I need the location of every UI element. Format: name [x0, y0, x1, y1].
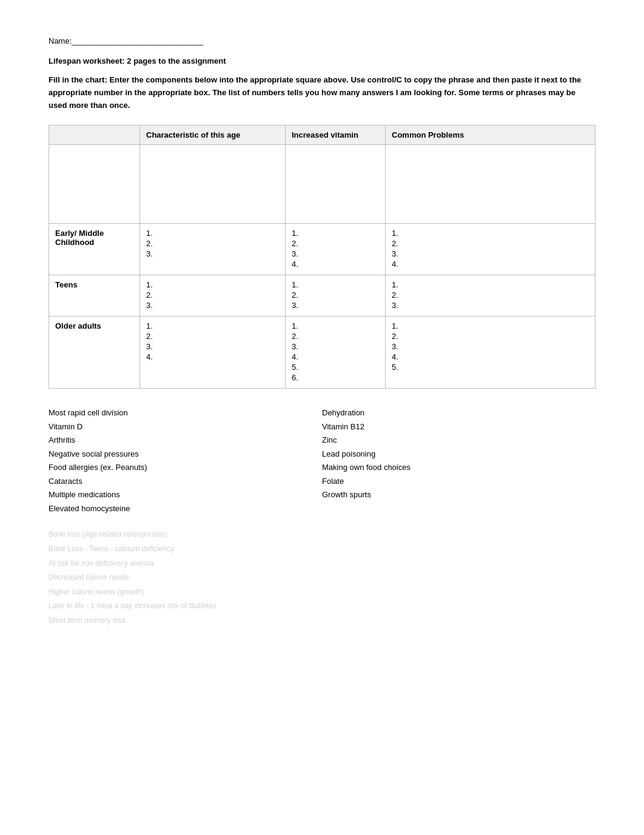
term-item: Most rapid cell division [49, 407, 322, 419]
table-row-older-adults: Older adults 1. 2. 3. 4. 1. 2. 3. 4. 5. … [49, 317, 595, 389]
list-item: 2. [392, 239, 589, 248]
term-item: Zinc [322, 434, 595, 446]
header-problems: Common Problems [386, 126, 595, 145]
row-prob-older: 1. 2. 3. 4. 5. [386, 317, 595, 389]
list-item: 3. [146, 342, 279, 351]
list-item: 1. [392, 321, 589, 330]
list-item: 3. [146, 301, 279, 310]
list-item: 4. [292, 260, 379, 269]
header-empty-cell [49, 126, 140, 145]
list-item: 1. [292, 280, 379, 289]
row-char-older: 1. 2. 3. 4. [140, 317, 286, 389]
list-item: 1. [146, 229, 279, 238]
blurred-line: Bone loss (age related osteoporosis) [49, 528, 595, 542]
list-item: 1. [392, 280, 589, 289]
term-item: Food allergies (ex. Peanuts) [49, 461, 322, 474]
row-vit-older: 1. 2. 3. 4. 5. 6. [286, 317, 386, 389]
subtitle: Lifespan worksheet: 2 pages to the assig… [49, 56, 595, 65]
empty-char [140, 145, 286, 224]
row-vit-teens: 1. 2. 3. [286, 275, 386, 317]
list-item: 4. [292, 352, 379, 361]
row-label-childhood: Early/ Middle Childhood [49, 224, 140, 275]
list-item: 1. [146, 321, 279, 330]
blurred-line: Short term memory loss [49, 614, 595, 628]
term-item: Dehydration [322, 407, 595, 419]
term-item: Vitamin B12 [322, 421, 595, 433]
terms-left-col: Most rapid cell division Vitamin D Arthr… [49, 407, 322, 516]
blurred-line: Later in life - 1 meal a day increases r… [49, 600, 595, 613]
empty-vit [286, 145, 386, 224]
blurred-section: Bone loss (age related osteoporosis) Bon… [49, 528, 595, 627]
term-item: Negative social pressures [49, 448, 322, 460]
row-char-childhood: 1. 2. 3. [140, 224, 286, 275]
list-item: 1. [292, 321, 379, 330]
terms-right-col: Dehydration Vitamin B12 Zinc Lead poison… [322, 407, 595, 516]
term-item: Arthritis [49, 434, 322, 446]
header-characteristic: Characteristic of this age [140, 126, 286, 145]
list-item: 2. [392, 290, 589, 300]
list-item: 2. [292, 290, 379, 300]
terms-columns: Most rapid cell division Vitamin D Arthr… [49, 407, 595, 516]
list-item: 3. [292, 301, 379, 310]
table-row-teens: Teens 1. 2. 3. 1. 2. 3. 1. 2. [49, 275, 595, 317]
list-item: 3. [392, 301, 589, 310]
term-item: Elevated homocysteine [49, 503, 322, 515]
list-item: 3. [292, 249, 379, 258]
blurred-line: Decreased calorie needs [49, 571, 595, 585]
term-item: Making own food choices [322, 461, 595, 474]
term-item: Vitamin D [49, 421, 322, 433]
main-table: Characteristic of this age Increased vit… [49, 125, 595, 389]
list-item: 4. [146, 352, 279, 361]
table-row-childhood: Early/ Middle Childhood 1. 2. 3. 1. 2. 3… [49, 224, 595, 275]
row-label-older: Older adults [49, 317, 140, 389]
header-vitamin: Increased vitamin [286, 126, 386, 145]
list-item: 4. [392, 260, 589, 269]
row-label-teens: Teens [49, 275, 140, 317]
name-line: Name:______________________________ [49, 36, 595, 45]
empty-prob [386, 145, 595, 224]
list-item: 2. [146, 332, 279, 341]
list-item: 3. [392, 249, 589, 258]
list-item: 2. [146, 290, 279, 300]
list-item: 2. [146, 239, 279, 248]
list-item: 3. [392, 342, 589, 351]
blurred-line: Bone Loss - Teens - calcium deficiency [49, 543, 595, 556]
instructions: Fill in the chart: Enter the components … [49, 74, 595, 112]
list-item: 6. [292, 373, 379, 382]
row-prob-teens: 1. 2. 3. [386, 275, 595, 317]
blurred-line: Higher calorie needs (growth) [49, 586, 595, 599]
term-item: Growth spurts [322, 489, 595, 501]
empty-label [49, 145, 140, 224]
terms-section: Most rapid cell division Vitamin D Arthr… [49, 407, 595, 516]
list-item: 1. [292, 229, 379, 238]
list-item: 2. [292, 332, 379, 341]
list-item: 3. [292, 342, 379, 351]
term-item: Multiple medications [49, 489, 322, 501]
row-char-teens: 1. 2. 3. [140, 275, 286, 317]
list-item: 2. [392, 332, 589, 341]
list-item: 3. [146, 249, 279, 258]
list-item: 5. [292, 363, 379, 372]
list-item: 1. [146, 280, 279, 289]
list-item: 1. [392, 229, 589, 238]
row-vit-childhood: 1. 2. 3. 4. [286, 224, 386, 275]
term-item: Cataracts [49, 475, 322, 488]
table-row-empty [49, 145, 595, 224]
list-item: 4. [392, 352, 589, 361]
row-prob-childhood: 1. 2. 3. 4. [386, 224, 595, 275]
blurred-line: At risk for iron deficiency anemia [49, 557, 595, 571]
term-item: Lead poisoning [322, 448, 595, 460]
list-item: 5. [392, 363, 589, 372]
term-item: Folate [322, 475, 595, 488]
list-item: 2. [292, 239, 379, 248]
